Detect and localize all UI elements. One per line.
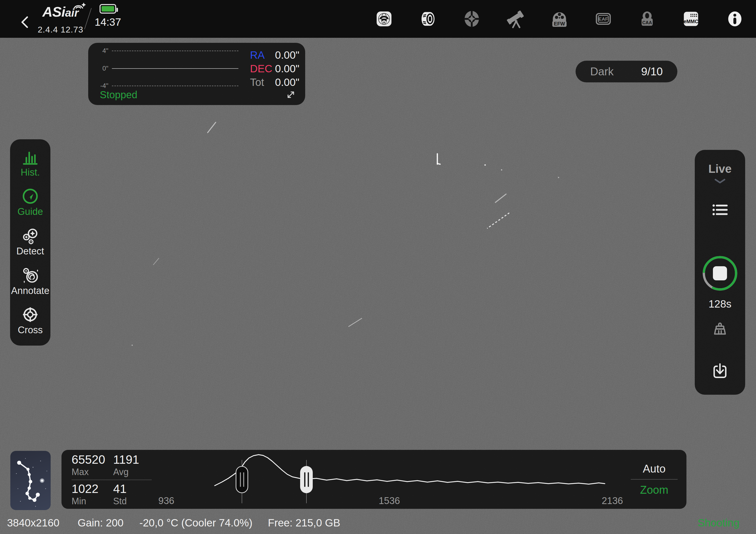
dark-frame-progress-badge: Dark 9/10 — [576, 61, 677, 82]
stretch-divider — [631, 479, 678, 480]
top-bar: ASiair 2.4.4 12.73 14:37 — [0, 0, 756, 38]
gain-readout: Gain: 200 — [78, 517, 123, 529]
broom-icon — [711, 321, 729, 338]
constellation-graphic — [10, 451, 51, 510]
tool-annotate[interactable]: Annotate — [11, 267, 49, 296]
tot-label: Tot — [250, 76, 264, 89]
hot-pixel — [132, 344, 133, 346]
left-toolbar: Hist. Guide Detect — [10, 139, 50, 345]
right-toolbar: Live — [695, 150, 745, 395]
white-point-slider[interactable] — [300, 466, 313, 493]
guide-y-label: 4" — [95, 47, 108, 55]
tool-histogram[interactable]: Hist. — [21, 149, 40, 178]
histogram-tick: 1536 — [369, 496, 410, 506]
free-space-readout: Free: 215,0 GB — [268, 517, 340, 529]
star-streak — [153, 258, 159, 265]
clock: 14:37 — [93, 16, 123, 28]
logo-text-main: ASi — [42, 4, 65, 20]
ra-value: 0.00" — [275, 49, 299, 61]
guide-scope-icon — [461, 8, 482, 30]
hot-pixel — [484, 164, 486, 166]
firmware-version: 2.4.4 12.73 — [28, 25, 93, 35]
guide-y-label: -4" — [95, 82, 108, 90]
wifi-station-icon — [373, 8, 395, 30]
guiding-status: Stopped — [100, 89, 137, 100]
star-streak — [487, 212, 510, 229]
storage-emmc-button[interactable]: eMMC — [679, 7, 703, 31]
auto-stretch-button[interactable]: Auto — [643, 463, 666, 475]
asiair-logo: ASiair 2.4.4 12.73 — [28, 5, 93, 35]
guide-dec-row: DEC 0.00" — [250, 62, 299, 76]
main-camera-button[interactable] — [416, 7, 440, 31]
download-icon — [711, 362, 729, 381]
guide-tot-row: Tot 0.00" — [250, 76, 299, 89]
temperature-readout: -20,0 °C (Cooler 74.0%) — [139, 517, 253, 529]
main-camera-icon — [417, 8, 439, 30]
crosshair-icon — [22, 306, 39, 323]
star-streak — [207, 122, 216, 134]
guide-ra-row: RA 0.00" — [250, 48, 299, 62]
save-download-button[interactable] — [711, 362, 729, 381]
preview-thumbnail[interactable] — [10, 451, 51, 510]
focuser-eaf-button[interactable]: EAF — [592, 7, 615, 31]
tool-cross[interactable]: Cross — [18, 306, 42, 336]
stop-square-icon — [713, 266, 727, 280]
hot-pixel — [558, 177, 559, 178]
filter-wheel-efw-icon: EFW — [549, 8, 570, 30]
star-detect-icon — [22, 227, 39, 244]
device-icon-row: EFW EAF CAA — [372, 0, 746, 38]
mode-label: Live — [708, 162, 732, 176]
black-point-slider[interactable] — [236, 466, 248, 493]
svg-text:EFW: EFW — [554, 21, 565, 26]
exposure-time: 128s — [708, 298, 731, 310]
zoom-button[interactable]: Zoom — [640, 484, 668, 496]
telescope-mount-button[interactable] — [504, 7, 527, 31]
rotator-caa-button[interactable]: CAA — [635, 7, 659, 31]
stretch-controls: Auto Zoom — [629, 450, 679, 509]
tool-label: Hist. — [21, 167, 40, 178]
expand-icon[interactable] — [285, 89, 297, 100]
dec-value: 0.00" — [275, 63, 299, 75]
guide-graph-panel[interactable]: 4" 0" -4" RA 0.00" DEC 0.00" Tot 0.00" — [88, 43, 305, 105]
dec-label: DEC — [250, 63, 272, 75]
guide-gridline-lower — [112, 86, 238, 86]
guide-arrow-icon — [22, 188, 39, 205]
clear-frames-button[interactable] — [711, 321, 729, 338]
svg-text:EAF: EAF — [599, 16, 608, 22]
tool-label: Guide — [17, 206, 43, 217]
svg-text:CAA: CAA — [642, 20, 652, 25]
resolution-readout: 3840x2160 — [7, 517, 60, 529]
telescope-mount-icon — [505, 8, 526, 30]
ra-label: RA — [250, 49, 265, 61]
shooting-status: Shooting — [697, 517, 739, 529]
guide-zero-line — [112, 68, 238, 69]
wifi-station-button[interactable] — [372, 7, 396, 31]
guide-readouts: RA 0.00" DEC 0.00" Tot 0.00" — [250, 48, 299, 89]
info-button[interactable] — [723, 7, 746, 31]
list-icon — [712, 203, 728, 216]
battery-status: 14:37 — [93, 4, 123, 28]
dark-badge-count: 9/10 — [641, 65, 663, 78]
svg-text:eMMC: eMMC — [684, 19, 699, 24]
tool-detect[interactable]: Detect — [16, 227, 44, 257]
asiair-app: ASiair 2.4.4 12.73 14:37 — [0, 0, 756, 534]
tool-guide[interactable]: Guide — [17, 188, 43, 217]
tot-value: 0.00" — [275, 76, 299, 89]
tool-label: Detect — [16, 246, 44, 257]
histogram-tick: 2136 — [592, 496, 633, 506]
histogram-panel: 65520 Max 1191 Avg 1022 Min 41 Std — [62, 450, 687, 509]
histogram-curve — [215, 455, 605, 486]
guide-scope-button[interactable] — [460, 7, 483, 31]
filter-wheel-efw-button[interactable]: EFW — [548, 7, 571, 31]
chevron-down-icon[interactable] — [714, 178, 726, 184]
tool-label: Annotate — [11, 285, 49, 296]
guide-y-label: 0" — [95, 64, 108, 72]
star-streak — [495, 193, 507, 203]
dark-badge-label: Dark — [590, 65, 614, 78]
sequence-list-button[interactable] — [712, 203, 728, 216]
stop-exposure-button[interactable] — [700, 254, 740, 293]
info-icon — [724, 8, 745, 30]
tool-label: Cross — [18, 325, 42, 336]
annotate-galaxy-icon — [22, 267, 39, 284]
mode-selector[interactable]: Live — [708, 162, 732, 176]
